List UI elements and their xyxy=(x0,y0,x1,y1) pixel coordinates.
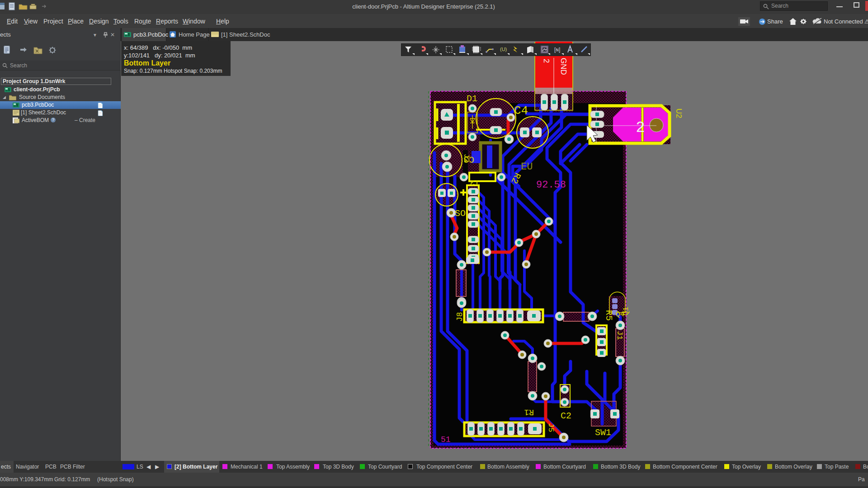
svg-text:2: 2 xyxy=(636,118,645,135)
svg-text:R1: R1 xyxy=(524,408,534,417)
svg-text:J8: J8 xyxy=(455,312,464,322)
svg-text:T3: T3 xyxy=(470,178,479,187)
svg-text:Q4: Q4 xyxy=(616,310,624,319)
svg-text:C4: C4 xyxy=(514,104,528,117)
svg-text:U2: U2 xyxy=(675,108,683,118)
svg-text:GND: GND xyxy=(559,58,568,75)
svg-text:J3: J3 xyxy=(462,154,470,162)
svg-text:R5: R5 xyxy=(604,310,614,321)
svg-text:J1: J1 xyxy=(615,331,624,340)
svg-text:92.58: 92.58 xyxy=(536,179,566,191)
svg-text:51: 51 xyxy=(441,435,451,444)
svg-text:SW1: SW1 xyxy=(595,427,611,438)
svg-text:[ɴ]: [ɴ] xyxy=(554,47,560,53)
svg-text:C2: C2 xyxy=(561,411,571,421)
svg-text:EU: EU xyxy=(521,161,533,173)
svg-text:(U): (U) xyxy=(500,47,507,52)
svg-text:2: 2 xyxy=(542,59,551,63)
svg-text:SO: SO xyxy=(455,208,466,219)
svg-text:D1: D1 xyxy=(467,94,477,104)
svg-text:J5: J5 xyxy=(547,423,555,432)
